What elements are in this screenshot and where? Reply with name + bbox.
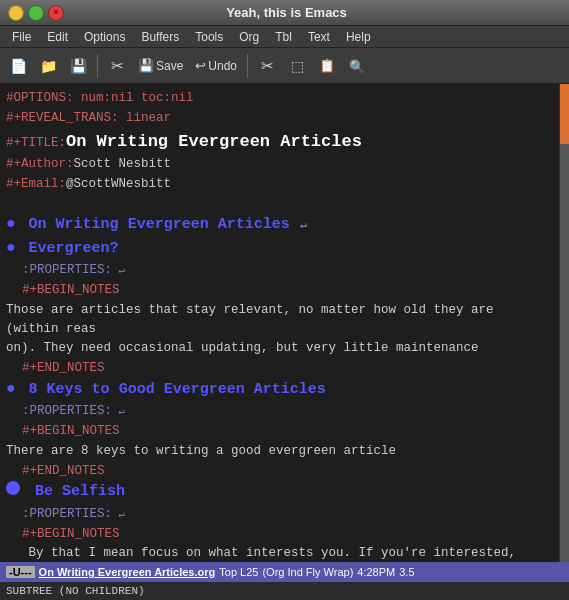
begin-notes-text: #+BEGIN_NOTES <box>22 525 120 544</box>
author-prefix: #+Author: <box>6 155 74 174</box>
scissors-icon: ✂ <box>261 57 274 75</box>
window-controls: × <box>8 5 64 21</box>
title-prefix: #+TITLE: <box>6 134 66 153</box>
separator-1 <box>97 54 98 78</box>
list-item: Those are articles that stay relevant, n… <box>6 301 553 339</box>
paste-button[interactable]: 📋 <box>313 52 341 80</box>
menu-tbl[interactable]: Tbl <box>267 26 300 47</box>
return-arrow-icon: ↵ <box>112 262 125 279</box>
save-disk-icon <box>70 57 87 75</box>
new-file-icon <box>10 57 27 75</box>
begin-notes-text: #+BEGIN_NOTES <box>22 281 120 300</box>
undo-label: Undo <box>208 59 237 73</box>
email-value: @ScottWNesbitt <box>66 175 171 194</box>
copy-icon: ⬚ <box>291 58 304 74</box>
menu-buffers[interactable]: Buffers <box>133 26 187 47</box>
note-content: on). They need occasional updating, but … <box>6 339 479 358</box>
minimize-button[interactable] <box>8 5 24 21</box>
menu-options[interactable]: Options <box>76 26 133 47</box>
properties-text: :PROPERTIES: <box>22 402 112 421</box>
reveal-line: #+REVEAL_TRANS: linear <box>6 109 171 128</box>
bullet-icon: ● <box>6 240 16 256</box>
statusbar-time: 4:28PM <box>357 566 395 578</box>
list-item: #+BEGIN_NOTES <box>6 422 553 441</box>
copy-button[interactable]: ⬚ <box>283 52 311 80</box>
search-button[interactable] <box>343 52 371 80</box>
list-item: #+BEGIN_NOTES <box>6 281 553 300</box>
list-item: ● 8 Keys to Good Evergreen Articles <box>6 379 553 402</box>
heading-text: On Writing Evergreen Articles <box>20 214 290 237</box>
new-file-button[interactable] <box>4 52 32 80</box>
paste-icon: 📋 <box>319 58 335 73</box>
return-arrow-icon: ↵ <box>112 403 125 420</box>
options-line: #OPTIONS: num:nil toc:nil <box>6 89 194 108</box>
search-icon <box>349 57 365 75</box>
list-item: #+Author: Scott Nesbitt <box>6 155 553 174</box>
return-arrow-icon: ↵ <box>294 217 307 234</box>
close-button[interactable]: × <box>48 5 64 21</box>
list-item: #+END_NOTES <box>6 359 553 378</box>
maximize-button[interactable] <box>28 5 44 21</box>
list-item: By that I mean focus on what interests y… <box>6 544 553 562</box>
statusbar-number: 3.5 <box>399 566 414 578</box>
open-file-icon <box>40 57 57 75</box>
list-item: #+REVEAL_TRANS: linear <box>6 109 553 128</box>
toolbar: 💾 Save ↩ Undo ✂ ⬚ 📋 <box>0 48 569 84</box>
cut-button[interactable] <box>103 52 131 80</box>
end-notes-text: #+END_NOTES <box>22 359 105 378</box>
list-item: ● Evergreen? <box>6 238 553 261</box>
save-label: Save <box>156 59 183 73</box>
statusbar-extra: (Org Ind Fly Wrap) <box>262 566 353 578</box>
author-name: Scott Nesbitt <box>74 155 172 174</box>
cut-icon <box>111 57 124 75</box>
menu-text[interactable]: Text <box>300 26 338 47</box>
save-disk-button[interactable] <box>64 52 92 80</box>
open-file-button[interactable] <box>34 52 62 80</box>
statusbar-position: Top L25 <box>219 566 258 578</box>
list-item: #+END_NOTES <box>6 462 553 481</box>
list-item: There are 8 keys to writing a good everg… <box>6 442 553 461</box>
undo-button[interactable]: ↩ Undo <box>190 52 242 80</box>
editor-container: #OPTIONS: num:nil toc:nil #+REVEAL_TRANS… <box>0 84 569 562</box>
blank-line <box>6 195 553 214</box>
list-item: #OPTIONS: num:nil toc:nil <box>6 89 553 108</box>
menu-edit[interactable]: Edit <box>39 26 76 47</box>
note-content: Those are articles that stay relevant, n… <box>6 301 553 339</box>
title-text: On Writing Evergreen Articles <box>66 129 362 155</box>
email-prefix: #+Email: <box>6 175 66 194</box>
menu-org[interactable]: Org <box>231 26 267 47</box>
scrollbar-thumb[interactable] <box>560 84 569 144</box>
properties-text: :PROPERTIES: <box>22 505 112 524</box>
note-content: By that I mean focus on what interests y… <box>6 544 553 562</box>
heading-text: Be Selfish <box>26 481 125 504</box>
buffer-mode: -U--- <box>6 566 35 578</box>
list-item: Be Selfish <box>6 481 553 504</box>
separator-2 <box>247 54 248 78</box>
begin-notes-text: #+BEGIN_NOTES <box>22 422 120 441</box>
list-item: #+TITLE: On Writing Evergreen Articles <box>6 129 553 155</box>
editor[interactable]: #OPTIONS: num:nil toc:nil #+REVEAL_TRANS… <box>0 84 559 562</box>
list-item: ● On Writing Evergreen Articles ↵ <box>6 214 553 237</box>
list-item: :PROPERTIES: ↵ <box>6 261 553 280</box>
scissors-button[interactable]: ✂ <box>253 52 281 80</box>
statusbar-filename: On Writing Evergreen Articles.org <box>39 566 216 578</box>
end-notes-text: #+END_NOTES <box>22 462 105 481</box>
window-title: Yeah, this is Emacs <box>64 5 509 20</box>
menu-tools[interactable]: Tools <box>187 26 231 47</box>
menu-help[interactable]: Help <box>338 26 379 47</box>
minibuffer: SUBTREE (NO CHILDREN) <box>0 582 569 600</box>
bullet-icon: ● <box>6 381 16 397</box>
list-item: on). They need occasional updating, but … <box>6 339 553 358</box>
bullet-icon: ● <box>6 216 16 232</box>
statusbar: -U--- On Writing Evergreen Articles.org … <box>0 562 569 582</box>
minibuffer-text: SUBTREE (NO CHILDREN) <box>6 585 145 597</box>
save-button[interactable]: 💾 Save <box>133 52 188 80</box>
return-arrow-icon: ↵ <box>112 506 125 523</box>
heading-text: Evergreen? <box>20 238 119 261</box>
titlebar: × Yeah, this is Emacs <box>0 0 569 26</box>
list-item: :PROPERTIES: ↵ <box>6 505 553 524</box>
list-item: #+Email: @ScottWNesbitt <box>6 175 553 194</box>
bullet-done-icon <box>6 481 20 495</box>
menu-file[interactable]: File <box>4 26 39 47</box>
scrollbar[interactable] <box>559 84 569 562</box>
